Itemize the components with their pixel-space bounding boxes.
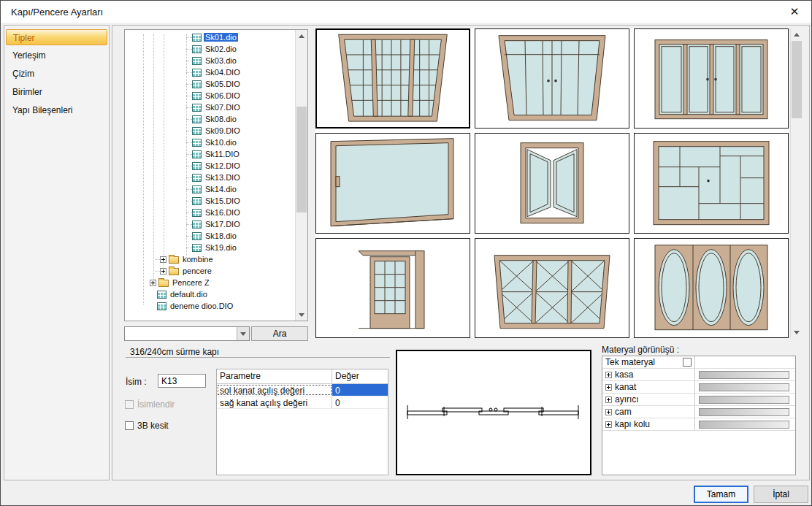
material-color-swatch[interactable]: [699, 371, 789, 379]
expand-icon[interactable]: [605, 421, 612, 428]
type-thumbnail-1[interactable]: [315, 28, 470, 129]
tree-item[interactable]: Sk13.DIO: [125, 172, 295, 183]
tree-item[interactable]: deneme dioo.DIO: [125, 300, 295, 312]
material-row-cam[interactable]: cam: [602, 406, 795, 418]
expand-icon[interactable]: [605, 384, 612, 391]
close-icon[interactable]: ✕: [786, 4, 803, 19]
type-thumbnail-3[interactable]: [634, 28, 789, 129]
file-tree: Sk01.dio Sk02.dio Sk03.dio Sk04.DIO Sk05…: [124, 29, 308, 321]
type-thumbnail-4[interactable]: [315, 133, 470, 233]
tree-item[interactable]: Sk15.DIO: [125, 195, 295, 207]
dio-file-icon: [192, 45, 202, 53]
param-header-name[interactable]: Parametre: [217, 369, 332, 383]
param-name[interactable]: sol kanat açılış değeri: [217, 384, 332, 396]
scroll-down-icon[interactable]: [296, 309, 307, 321]
tree-item-label: Sk19.dio: [204, 243, 238, 252]
name-input[interactable]: [158, 374, 206, 388]
scroll-up-icon[interactable]: [791, 28, 803, 40]
param-value[interactable]: 0: [332, 384, 388, 396]
door-preview-graphic: [475, 239, 629, 337]
material-label: kanat: [615, 382, 636, 392]
type-thumbnail-8[interactable]: [475, 238, 629, 338]
expand-icon[interactable]: [150, 280, 156, 286]
single-material-checkbox[interactable]: [683, 358, 692, 367]
param-name[interactable]: sağ kanat açılış değeri: [217, 396, 332, 408]
expand-icon[interactable]: [160, 256, 166, 263]
tree-item[interactable]: Sk08.dio: [125, 113, 295, 125]
type-thumbnail-2[interactable]: [475, 28, 629, 129]
kesit-checkbox[interactable]: [125, 421, 134, 430]
tree-item[interactable]: Sk10.dio: [125, 137, 295, 148]
tree-item-folder[interactable]: pencere: [125, 265, 295, 277]
tree-item[interactable]: Sk03.dio: [125, 55, 295, 66]
dio-file-icon: [157, 291, 166, 299]
param-row[interactable]: sol kanat açılış değeri 0: [217, 384, 388, 396]
tree-item-folder[interactable]: Pencere Z: [125, 277, 295, 288]
scroll-down-icon[interactable]: [791, 326, 803, 338]
type-thumbnail-7[interactable]: [315, 238, 470, 338]
material-color-swatch[interactable]: [699, 421, 789, 429]
tree-item-label: kombine: [181, 255, 215, 264]
tree-item[interactable]: Sk14.dio: [125, 183, 295, 195]
material-color-swatch[interactable]: [699, 396, 789, 404]
tree-item-label: pencere: [181, 267, 213, 275]
tree-item[interactable]: default.dio: [125, 288, 295, 300]
dio-file-icon: [192, 34, 202, 42]
tree-item[interactable]: Sk12.DIO: [125, 160, 295, 172]
material-color-swatch[interactable]: [699, 383, 789, 391]
tree-item[interactable]: Sk19.dio: [125, 242, 295, 253]
sidebar: Tipler Yerleşim Çizim Birimler Yapı Bile…: [4, 25, 110, 480]
scroll-up-icon[interactable]: [296, 30, 307, 42]
param-header-value[interactable]: Değer: [332, 369, 388, 383]
tamam-button[interactable]: Tamam: [694, 486, 748, 503]
tree-item[interactable]: Sk16.DIO: [125, 207, 295, 218]
type-thumbnail-6[interactable]: [634, 133, 789, 233]
sidebar-item-yerlesim[interactable]: Yerleşim: [6, 47, 107, 64]
expand-icon[interactable]: [605, 396, 612, 403]
tree-item-label: Sk06.DIO: [204, 91, 242, 100]
tree-item[interactable]: Sk05.DIO: [125, 78, 295, 90]
tree-item[interactable]: Sk06.DIO: [125, 90, 295, 101]
door-preview-graphic: [317, 30, 469, 127]
tree-item-folder[interactable]: kombine: [125, 253, 295, 265]
tree-item[interactable]: Sk07.DIO: [125, 101, 295, 113]
material-row-kapi-kolu[interactable]: kapı kolu: [602, 418, 795, 431]
sidebar-item-cizim[interactable]: Çizim: [6, 66, 107, 82]
material-row-kanat[interactable]: kanat: [602, 381, 795, 394]
sidebar-item-yapi-bilesenleri[interactable]: Yapı Bileşenleri: [6, 102, 107, 118]
dio-file-icon: [192, 185, 202, 193]
sidebar-item-birimler[interactable]: Birimler: [6, 84, 107, 100]
type-thumbnail-5[interactable]: [475, 133, 629, 233]
tree-item[interactable]: Sk18.dio: [125, 230, 295, 242]
tree-item[interactable]: Sk09.DIO: [125, 125, 295, 137]
tree-item[interactable]: Sk17.DIO: [125, 218, 295, 230]
param-row[interactable]: sağ kanat açılış değeri 0: [217, 396, 388, 409]
tree-scrollbar[interactable]: [295, 30, 307, 321]
isimlendir-checkbox[interactable]: [125, 400, 134, 409]
iptal-button[interactable]: İptal: [754, 486, 808, 503]
ara-button[interactable]: Ara: [251, 326, 308, 341]
tree-item-label: Sk14.dio: [204, 185, 238, 193]
preview-scrollbar[interactable]: [790, 28, 803, 338]
titlebar: Kapı/Pencere Ayarları ✕: [1, 1, 811, 23]
material-list: Tek materyal kasa kanat ayırıcı cam: [602, 356, 796, 475]
material-color-swatch[interactable]: [699, 408, 789, 416]
combobox-value: [125, 327, 237, 340]
dio-file-icon: [192, 162, 202, 170]
type-thumbnail-9[interactable]: [634, 238, 789, 338]
param-value[interactable]: 0: [332, 396, 388, 408]
expand-icon[interactable]: [160, 268, 166, 275]
scrollbar-thumb[interactable]: [792, 41, 802, 118]
search-combobox[interactable]: [124, 326, 250, 341]
tree-item[interactable]: Sk04.DIO: [125, 66, 295, 78]
tree-item[interactable]: Sk11.DIO: [125, 148, 295, 160]
sidebar-item-tipler[interactable]: Tipler: [6, 29, 107, 45]
material-row-kasa[interactable]: kasa: [602, 369, 795, 381]
scrollbar-thumb[interactable]: [296, 107, 307, 212]
material-row-ayirici[interactable]: ayırıcı: [602, 394, 795, 406]
tree-item[interactable]: Sk01.dio: [125, 31, 295, 43]
tree-item[interactable]: Sk02.dio: [125, 43, 295, 55]
expand-icon[interactable]: [605, 372, 612, 378]
combobox-dropdown-icon[interactable]: [237, 327, 249, 340]
expand-icon[interactable]: [605, 409, 612, 415]
